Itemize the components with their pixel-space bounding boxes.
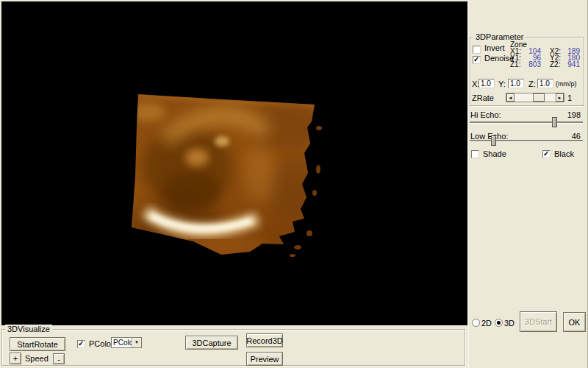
hi-echo-slider-thumb[interactable] <box>552 117 557 127</box>
denoise-checkbox[interactable] <box>473 56 481 64</box>
black-checkbox[interactable] <box>542 150 551 158</box>
hi-echo-slider[interactable] <box>470 117 583 127</box>
ok-button[interactable]: OK <box>563 312 586 332</box>
scale-z-label: Z: <box>528 79 536 88</box>
group-3dvisualize: 3DVisualize StartRotate + Speed - PColor… <box>1 329 465 366</box>
mode-2d-label[interactable]: 2D <box>481 319 492 328</box>
visualize-panel: 3DVisualize StartRotate + Speed - PColor… <box>0 325 468 368</box>
black-label: Black <box>554 149 574 158</box>
zrate-scrollbar-track[interactable] <box>514 93 556 102</box>
pcolor-select-dropdown-icon[interactable]: ▼ <box>132 338 141 347</box>
speed-minus-button[interactable]: - <box>53 353 65 364</box>
zrate-scrollbar-thumb[interactable] <box>533 93 545 102</box>
start-rotate-button[interactable]: StartRotate <box>10 337 65 351</box>
scale-y-label: Y: <box>498 79 506 88</box>
pcolor-checkbox[interactable] <box>77 340 85 348</box>
zrate-left-arrow-icon[interactable]: ◄ <box>506 93 514 102</box>
preview-button[interactable]: Preview <box>246 352 283 366</box>
zone-z2-value: 941 <box>564 61 580 68</box>
scale-y-input[interactable]: 1.0 <box>508 79 524 88</box>
zrate-label: ZRate <box>472 93 494 102</box>
start3d-button[interactable]: 3DStart <box>520 311 557 332</box>
capture3d-button[interactable]: 3DCapture <box>185 336 238 350</box>
invert-label: Invert <box>484 43 505 52</box>
low-echo-slider[interactable] <box>470 135 583 146</box>
app-window: { "colors": { "panel_bg": "#ece9d8", "vi… <box>0 0 588 368</box>
invert-checkbox[interactable] <box>473 46 481 54</box>
pcolor-select[interactable]: PColor ▼ <box>111 337 142 348</box>
group-3dparameter: 3DParameter Invert Denoise Zone X1: 104 … <box>470 37 584 106</box>
mode-2d-radio[interactable] <box>472 319 480 327</box>
speed-plus-button[interactable]: + <box>10 353 21 364</box>
shade-label: Shade <box>483 149 506 158</box>
zrate-right-arrow-icon[interactable]: ► <box>556 93 564 102</box>
record3d-button[interactable]: Record3D <box>246 333 283 347</box>
mode-3d-label[interactable]: 3D <box>504 319 514 328</box>
shade-checkbox[interactable] <box>471 150 479 158</box>
scale-z-input[interactable]: 1.0 <box>537 79 553 88</box>
scale-x-input[interactable]: 1.0 <box>478 79 495 88</box>
mode-3d-radio[interactable] <box>495 319 503 327</box>
zone-z1-label: Z1: <box>510 61 520 68</box>
group-3dvisualize-title: 3DVisualize <box>5 325 52 333</box>
pcolor-label: PColor <box>89 339 114 348</box>
zone-z1-value: 803 <box>525 61 541 68</box>
speed-label: Speed <box>25 354 49 363</box>
ultrasound-volume-render <box>1 1 467 325</box>
scale-unit-label: (mm/p) <box>556 80 577 88</box>
zone-row-z: Z1: 803 Z2: 941 <box>510 61 584 68</box>
render-viewport[interactable] <box>1 1 467 325</box>
zrate-scrollbar[interactable]: ◄ ► <box>506 93 564 102</box>
pcolor-select-value: PColor <box>112 338 132 347</box>
zone-z2-label: Z2: <box>550 61 560 68</box>
parameter-panel: 3DParameter Invert Denoise Zone X1: 104 … <box>468 0 588 368</box>
zrate-value: 1 <box>567 93 572 102</box>
low-echo-slider-thumb[interactable] <box>491 135 496 146</box>
